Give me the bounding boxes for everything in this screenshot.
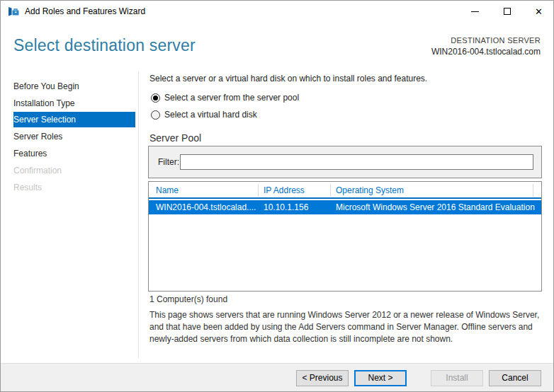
server-pool-table: Name IP Address Operating System WIN2016…: [148, 181, 542, 292]
sidebar-item-before-you-begin[interactable]: Before You Begin: [1, 79, 135, 94]
sidebar-item-label: Server Roles: [13, 132, 62, 142]
minimize-icon: [471, 11, 479, 12]
minimize-button[interactable]: [459, 1, 491, 22]
filter-panel: Filter:: [148, 146, 542, 178]
title-bar: Add Roles and Features Wizard ✕: [1, 1, 554, 22]
wizard-window: Add Roles and Features Wizard ✕ Select d…: [0, 0, 554, 392]
sidebar-item-label: Before You Begin: [13, 81, 79, 91]
sidebar-item-server-roles[interactable]: Server Roles: [1, 129, 135, 144]
radio-unselected-icon: [151, 110, 160, 120]
column-header-ip-address[interactable]: IP Address: [264, 185, 305, 195]
cell-operating-system: Microsoft Windows Server 2016 Standard E…: [336, 202, 535, 212]
radio-label: Select a server from the server pool: [164, 93, 299, 103]
sidebar-item-label: Confirmation: [13, 166, 62, 175]
window-title: Add Roles and Features Wizard: [25, 6, 145, 16]
sidebar-item-label: Server Selection: [13, 115, 76, 125]
column-separator: [330, 184, 331, 197]
footer-bar: < Previous Next > Install Cancel: [1, 363, 554, 392]
sidebar-item-label: Installation Type: [13, 98, 75, 108]
close-button[interactable]: ✕: [523, 1, 554, 22]
column-header-operating-system[interactable]: Operating System: [336, 185, 404, 195]
sidebar-item-confirmation: Confirmation: [1, 163, 135, 178]
page-description: This page shows servers that are running…: [149, 309, 548, 345]
radio-selected-icon: [151, 93, 160, 103]
sidebar-item-label: Results: [13, 183, 42, 192]
maximize-button[interactable]: [491, 1, 523, 22]
sidebar-item-server-selection[interactable]: Server Selection: [13, 112, 135, 127]
column-separator: [533, 184, 533, 197]
filter-input[interactable]: [180, 154, 533, 170]
sidebar-item-installation-type[interactable]: Installation Type: [1, 96, 135, 111]
maximize-icon: [504, 8, 511, 15]
server-pool-heading: Server Pool: [149, 132, 201, 144]
intro-text: Select a server or a virtual hard disk o…: [149, 74, 427, 83]
table-header-row: Name IP Address Operating System: [149, 182, 541, 199]
column-separator: [258, 184, 259, 197]
page-title: Select destination server: [13, 36, 196, 55]
table-row-server[interactable]: WIN2016-004.tstlocalad.... 10.10.1.156 M…: [149, 200, 541, 214]
install-button: Install: [431, 370, 483, 386]
previous-button[interactable]: < Previous: [296, 370, 349, 386]
next-button[interactable]: Next >: [354, 370, 407, 386]
destination-server-label: DESTINATION SERVER: [451, 36, 541, 45]
computers-found-count: 1 Computer(s) found: [149, 294, 227, 304]
close-icon: ✕: [535, 7, 543, 16]
cell-name: WIN2016-004.tstlocalad....: [156, 202, 256, 212]
radio-label: Select a virtual hard disk: [164, 110, 257, 120]
filter-label: Filter:: [158, 157, 179, 167]
sidebar-item-features[interactable]: Features: [1, 146, 135, 161]
column-header-name[interactable]: Name: [156, 185, 179, 195]
sidebar-divider: [138, 71, 139, 358]
destination-server-value: WIN2016-004.tstlocalad.com: [431, 47, 541, 57]
sidebar-item-label: Features: [13, 149, 47, 158]
radio-option-server-pool[interactable]: Select a server from the server pool: [151, 92, 299, 103]
sidebar-item-results: Results: [1, 180, 135, 195]
radio-option-virtual-hard-disk[interactable]: Select a virtual hard disk: [151, 109, 257, 120]
cancel-button[interactable]: Cancel: [489, 370, 541, 386]
wizard-toolbox-icon: [8, 6, 19, 17]
cell-ip-address: 10.10.1.156: [264, 202, 308, 212]
